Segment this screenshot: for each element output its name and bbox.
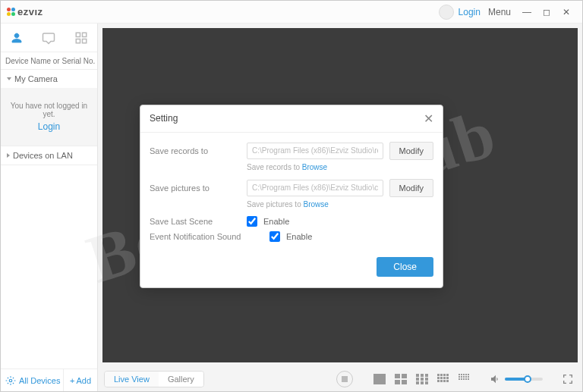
modal-body: Save records to Modify Save records to B… (140, 133, 443, 249)
event-sound-label: Event Notification Sound (150, 232, 263, 241)
browse-pictures-link[interactable]: Browse (303, 200, 328, 209)
settings-modal: Setting ✕ Save records to Modify Save re… (140, 105, 443, 288)
save-last-scene-checkbox[interactable] (247, 216, 257, 227)
modify-records-button[interactable]: Modify (389, 142, 433, 160)
row-save-records: Save records to Modify (150, 142, 433, 160)
save-records-hint: Save records to Browse (150, 163, 433, 171)
row-save-last-scene: Save Last Scene Enable (150, 216, 433, 227)
save-records-label: Save records to (150, 146, 241, 155)
save-pictures-input[interactable] (247, 180, 383, 196)
save-pictures-hint: Save pictures to Browse (150, 200, 433, 209)
browse-records-link[interactable]: Browse (302, 163, 327, 171)
modal-backdrop: Setting ✕ Save records to Modify Save re… (0, 0, 583, 392)
modal-close-button[interactable]: ✕ (424, 111, 433, 126)
save-records-input[interactable] (247, 143, 383, 159)
save-pictures-label: Save pictures to (150, 183, 241, 193)
modify-pictures-button[interactable]: Modify (389, 179, 433, 197)
modal-title: Setting (150, 113, 424, 124)
event-sound-checkbox[interactable] (269, 231, 280, 242)
modal-header: Setting ✕ (140, 105, 443, 133)
row-save-pictures: Save pictures to Modify (150, 179, 433, 197)
save-last-scene-label: Save Last Scene (150, 217, 241, 226)
enable-label-1: Enable (263, 217, 289, 226)
enable-label-2: Enable (286, 232, 312, 241)
modal-footer: Close (140, 249, 443, 287)
row-event-sound: Event Notification Sound Enable (150, 231, 433, 242)
close-button[interactable]: Close (377, 257, 433, 277)
